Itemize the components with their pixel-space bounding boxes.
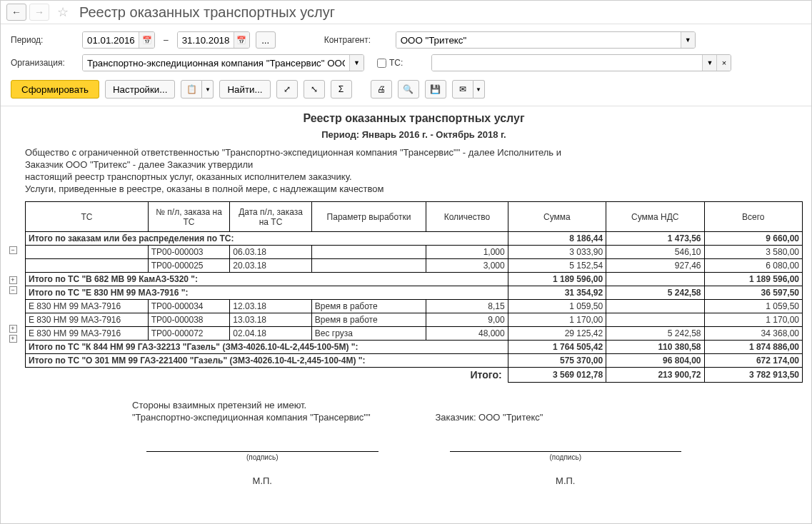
- period-picker-button[interactable]: ...: [256, 31, 276, 49]
- th-ts: ТС: [26, 202, 149, 232]
- variants-dropdown-icon[interactable]: ▼: [202, 80, 214, 99]
- expand-icon[interactable]: ⤢: [276, 80, 298, 99]
- table-row: ТР00-00002520.03.183,0005 152,54927,466 …: [26, 259, 803, 273]
- org-dropdown-icon[interactable]: ▼: [349, 55, 364, 71]
- table-row: ТР00-00000306.03.181,0003 033,90546,103 …: [26, 246, 803, 259]
- variants-icon[interactable]: 📋: [181, 80, 202, 99]
- table-row: Итого по ТС "Е 830 НМ 99 МАЗ-7916 ":31 3…: [26, 286, 803, 300]
- date-from-input[interactable]: [83, 32, 139, 48]
- forward-button[interactable]: →: [29, 4, 49, 21]
- table-row: Итого по заказам или без распределения п…: [26, 232, 803, 246]
- date-to-input[interactable]: [178, 32, 234, 48]
- cell-vat: [606, 273, 704, 286]
- group-label: Итого по ТС "В 682 МВ 99 КамАЗ-5320 ":: [26, 273, 508, 286]
- email-dropdown-icon[interactable]: ▼: [473, 80, 485, 99]
- cell-sum: 8 186,44: [508, 232, 606, 246]
- filters-panel: Период: 📅 – 📅 ... Контрагент: ▼ Организа…: [1, 24, 811, 76]
- report-text: Общество с ограниченной ответственностью…: [25, 147, 803, 158]
- ts-clear-icon[interactable]: ×: [716, 55, 731, 71]
- group-label: Итого по ТС "О 301 ММ 99 ГАЗ-221400 "Газ…: [26, 354, 508, 368]
- cell-vat: 5 242,58: [606, 327, 704, 341]
- stamp-label: М.П.: [132, 475, 393, 486]
- cell-vat: 110 380,58: [606, 341, 704, 354]
- stamp-label: М.П.: [436, 475, 696, 486]
- cell-total: 1 170,00: [704, 313, 803, 327]
- cell-sum: 29 125,42: [508, 327, 606, 341]
- sum-icon[interactable]: Σ: [331, 80, 352, 99]
- titlebar: ← → ☆ Реестр оказанных транспортных услу…: [1, 1, 811, 24]
- th-qty: Количество: [426, 202, 508, 232]
- cell-sum: 31 354,92: [508, 286, 606, 300]
- data-table: ТС № п/л, заказа на ТС Дата п/л, заказа …: [25, 201, 803, 383]
- settings-button[interactable]: Настройки...: [105, 80, 175, 99]
- report-area: − + − + + Реестр оказанных транспортных …: [1, 106, 811, 523]
- preview-icon[interactable]: 🔍: [398, 80, 419, 99]
- signatures: Стороны взаимных претензий не имеют. "Тр…: [25, 400, 803, 486]
- grand-total: 3 782 913,50: [704, 368, 803, 383]
- cell-ts: Е 830 НМ 99 МАЗ-7916: [26, 300, 149, 313]
- print-icon[interactable]: 🖨: [371, 80, 392, 99]
- cell-ts: Е 830 НМ 99 МАЗ-7916: [26, 313, 149, 327]
- cell-vat: [606, 313, 704, 327]
- report-title: Реестр оказанных транспортных услуг: [25, 112, 803, 125]
- generate-button[interactable]: Сформировать: [11, 80, 99, 99]
- ts-input[interactable]: [432, 55, 702, 71]
- cell-sum: 1 170,00: [508, 313, 606, 327]
- cell-param: Время в работе: [311, 313, 426, 327]
- cell-sum: 1 189 596,00: [508, 273, 606, 286]
- cell-date: 06.03.18: [230, 246, 312, 259]
- cell-total: 9 660,00: [704, 232, 803, 246]
- group-label: Итого по ТС "Е 830 НМ 99 МАЗ-7916 ":: [26, 286, 508, 300]
- cell-param: [311, 259, 426, 273]
- cell-param: Вес груза: [311, 327, 426, 341]
- group-label: Итого по заказам или без распределения п…: [26, 232, 508, 246]
- find-button[interactable]: Найти...: [219, 80, 270, 99]
- calendar-from-icon[interactable]: 📅: [139, 32, 154, 48]
- expander[interactable]: −: [9, 286, 17, 294]
- cell-total: 6 080,00: [704, 259, 803, 273]
- ts-checkbox[interactable]: [377, 59, 386, 68]
- no-claims-text: Стороны взаимных претензий не имеют.: [132, 400, 393, 410]
- expander[interactable]: +: [9, 335, 17, 343]
- table-row: Итого по ТС "К 844 НМ 99 ГАЗ-32213 "Газе…: [26, 341, 803, 354]
- table-row: Итого по ТС "О 301 ММ 99 ГАЗ-221400 "Газ…: [26, 354, 803, 368]
- cell-qty: 1,000: [426, 246, 508, 259]
- cell-total: 1 189 596,00: [704, 273, 803, 286]
- table-row: Е 830 НМ 99 МАЗ-7916ТР00-00003412.03.18В…: [26, 300, 803, 313]
- counterparty-dropdown-icon[interactable]: ▼: [681, 32, 695, 48]
- expander[interactable]: −: [9, 246, 17, 254]
- cell-vat: 5 242,58: [606, 286, 704, 300]
- ts-dropdown-icon[interactable]: ▼: [702, 55, 716, 71]
- favorite-icon[interactable]: ☆: [55, 4, 71, 20]
- report-period: Период: Январь 2016 г. - Октябрь 2018 г.: [25, 129, 803, 140]
- page-title: Реестр оказанных транспортных услуг: [79, 4, 335, 21]
- counterparty-input[interactable]: [396, 32, 681, 48]
- cell-sum: 1 764 505,42: [508, 341, 606, 354]
- contractor-text: "Транспортно-экспедиционная компания "Тр…: [132, 412, 393, 423]
- org-input[interactable]: [83, 55, 349, 71]
- email-icon[interactable]: ✉: [452, 80, 473, 99]
- cell-qty: 3,000: [426, 259, 508, 273]
- cell-date: 12.03.18: [230, 300, 312, 313]
- save-icon[interactable]: 💾: [425, 80, 446, 99]
- report-text: настоящий реестр транспортных услуг, ока…: [25, 171, 803, 182]
- cell-no: ТР00-000003: [148, 246, 230, 259]
- th-sum: Сумма: [508, 202, 606, 232]
- cell-no: ТР00-000072: [148, 327, 230, 341]
- cell-qty: 48,000: [426, 327, 508, 341]
- calendar-to-icon[interactable]: 📅: [234, 32, 249, 48]
- cell-ts: Е 830 НМ 99 МАЗ-7916: [26, 327, 149, 341]
- cell-sum: 5 152,54: [508, 259, 606, 273]
- cell-total: 1 059,50: [704, 300, 803, 313]
- expander[interactable]: +: [9, 276, 17, 284]
- app-window: ← → ☆ Реестр оказанных транспортных услу…: [0, 0, 812, 524]
- collapse-icon[interactable]: ⤡: [304, 80, 325, 99]
- group-label: Итого по ТС "К 844 НМ 99 ГАЗ-32213 "Газе…: [26, 341, 508, 354]
- th-param: Параметр выработки: [311, 202, 426, 232]
- expander[interactable]: +: [9, 325, 17, 333]
- cell-vat: [606, 300, 704, 313]
- th-order-no: № п/л, заказа на ТС: [148, 202, 230, 232]
- cell-ts: [26, 259, 149, 273]
- back-button[interactable]: ←: [6, 4, 26, 21]
- cell-no: ТР00-000034: [148, 300, 230, 313]
